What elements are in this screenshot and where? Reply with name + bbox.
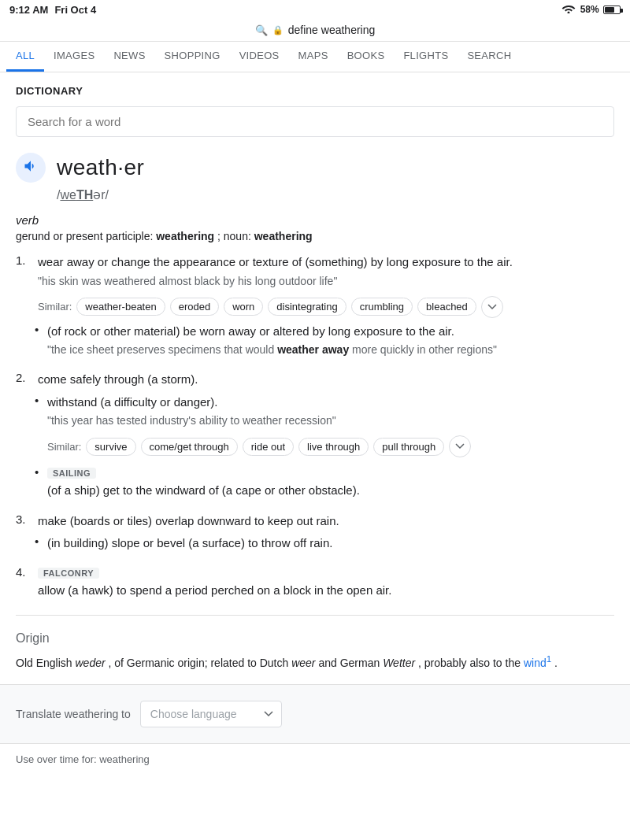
definition-3: 3. make (boards or tiles) overlap downwa… [16,513,614,553]
sub-bullets-1: (of rock or other material) be worn away… [35,323,614,359]
tab-news[interactable]: NEWS [104,42,154,72]
search-query[interactable]: define weathering [288,24,376,36]
sub-bullets-2: withstand (a difficulty or danger). "thi… [35,394,614,500]
definition-1: 1. wear away or change the appearance or… [16,253,614,358]
translate-section: Translate weathering to Choose language … [0,684,630,743]
search-icon: 🔍 [255,24,268,36]
origin-text-4: , probably also to the [418,657,524,669]
origin-text-5: . [554,657,558,669]
battery-display: 58% [580,4,621,15]
origin-italic-2: weer [291,657,315,669]
dictionary-header: DICTIONARY [16,85,614,97]
section-divider [16,615,614,616]
tab-videos[interactable]: VIDEOS [230,42,289,72]
origin-text-1: Old English [16,657,75,669]
similar-tag-live-through[interactable]: live through [298,438,369,456]
phonetic: /weTHər/ [57,187,614,202]
wifi-icon [561,3,576,16]
origin-text-3: and German [318,657,383,669]
time-display: 9:12 AM [9,4,48,16]
similar-tag-weather-beaten[interactable]: weather-beaten [76,298,165,316]
nav-tabs: ALL IMAGES NEWS SHOPPING VIDEOS MAPS BOO… [0,42,630,72]
part-of-speech: verb [16,213,614,227]
similar-tag-ride-out[interactable]: ride out [243,438,294,456]
tab-flights[interactable]: FLIGHTS [394,42,458,72]
def-text-4: allow (a hawk) to spend a period perched… [38,582,391,600]
origin-italic-1: weder [75,657,105,669]
tab-maps[interactable]: MAPS [289,42,338,72]
sub-bullet-1-1: (of rock or other material) be worn away… [35,323,614,359]
origin-title: Origin [16,631,614,646]
falconry-badge: FALCONRY [38,568,99,579]
sub-bullet-example-1-1: "the ice sheet preserves specimens that … [47,342,614,358]
origin-italic-3: Wetter [383,657,415,669]
def-text-3: make (boards or tiles) overlap downward … [38,513,339,531]
def-text-1: wear away or change the appearance or te… [38,253,513,272]
inflection: gerund or present participle: weathering… [16,230,614,242]
lock-icon: 🔒 [272,25,284,35]
main-content: DICTIONARY weath·er /weTHər/ verb gerund… [0,72,630,684]
speaker-icon [23,158,39,178]
inflection2-bold: weathering [254,230,313,242]
sub-bullet-text-2-1: withstand (a difficulty or danger). [47,394,614,412]
def-number-1: 1. [16,253,32,318]
bottom-hint: Use over time for: weathering [0,743,630,775]
expand-similar-2[interactable] [449,435,471,457]
sub-bullet-2-1: withstand (a difficulty or danger). "thi… [35,394,614,458]
tab-images[interactable]: IMAGES [44,42,104,72]
similar-tag-eroded[interactable]: eroded [170,298,219,316]
definition-2: 2. come safely through (a storm). withst… [16,371,614,500]
similar-tag-survive[interactable]: survive [86,438,135,456]
sub-bullet-text-1-1: (of rock or other material) be worn away… [47,323,614,341]
expand-similar-1[interactable] [481,296,503,318]
wind-link[interactable]: wind1 [524,657,551,669]
tab-search[interactable]: SEARCH [458,42,521,72]
word-search-container [16,106,614,137]
status-bar: 9:12 AM Fri Oct 4 58% [0,0,630,19]
tab-shopping[interactable]: SHOPPING [155,42,230,72]
similar-label-1: Similar: [38,301,72,313]
similar-label-2: Similar: [47,441,81,453]
word-search-input[interactable] [16,106,614,137]
sub-bullet-2-2: SAILING (of a ship) get to the windward … [35,465,614,500]
def-number-3: 3. [16,513,32,531]
similar-tag-disintegrating[interactable]: disintegrating [268,298,346,316]
similar-tag-crumbling[interactable]: crumbling [351,298,413,316]
def-example-1: "his skin was weathered almost black by … [38,273,513,290]
word-title: weath·er [57,155,144,180]
def-number-4: 4. [16,565,32,600]
date-display: Fri Oct 4 [54,4,96,16]
search-bar: 🔍 🔒 define weathering [0,19,630,42]
similar-tag-bleached[interactable]: bleached [417,298,476,316]
tab-books[interactable]: BOOKS [338,42,395,72]
similar-tag-worn[interactable]: worn [224,298,263,316]
sailing-badge: SAILING [47,468,96,479]
language-select[interactable]: Choose language Spanish French German Ch… [140,701,282,727]
similar-tag-come-get-through[interactable]: come/get through [141,438,238,456]
speaker-button[interactable] [16,153,46,183]
sub-bullet-text-2-2: (of a ship) get to the windward of (a ca… [47,482,614,500]
tab-all[interactable]: ALL [6,42,44,72]
sub-bullet-example-2-1: "this year has tested industry's ability… [47,413,614,429]
similar-row-1: Similar: weather-beaten eroded worn disi… [38,296,513,318]
similar-row-2: Similar: survive come/get through ride o… [47,435,614,457]
similar-tag-pull-through[interactable]: pull through [373,438,444,456]
def-text-2: come safely through (a storm). [38,371,198,389]
inflection-bold: weathering [156,230,214,242]
definition-4: 4. FALCONRY allow (a hawk) to spend a pe… [16,565,614,600]
translate-label: Translate weathering to [16,708,131,720]
origin-text: Old English weder , of Germanic origin; … [16,652,614,672]
origin-text-2: , of Germanic origin; related to Dutch [109,657,292,669]
word-header: weath·er [16,153,614,183]
sub-bullets-3: (in building) slope or bevel (a surface)… [35,535,614,553]
sub-bullet-3-1: (in building) slope or bevel (a surface)… [35,535,614,553]
sub-bullet-text-3-1: (in building) slope or bevel (a surface)… [47,535,614,553]
def-number-2: 2. [16,371,32,389]
